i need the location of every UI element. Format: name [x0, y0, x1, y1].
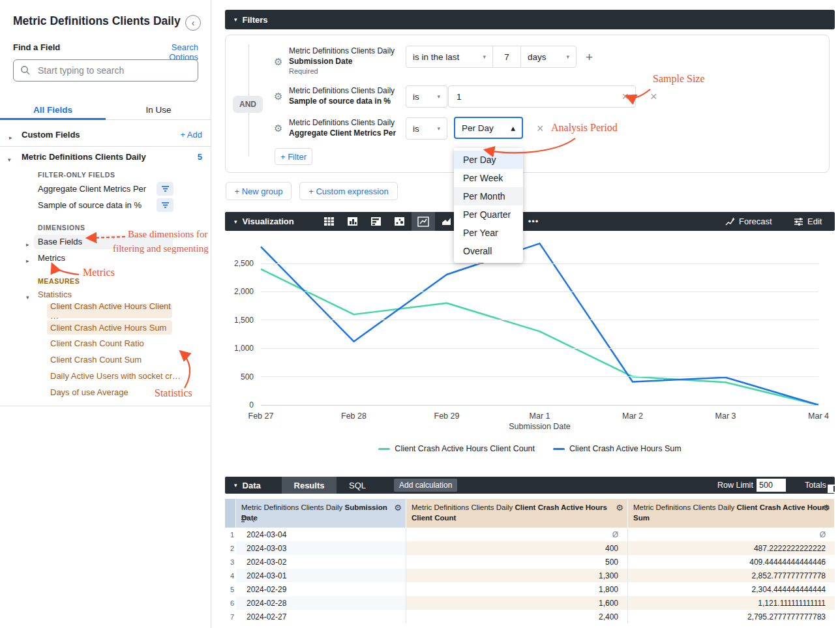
totals-checkbox[interactable] [828, 485, 836, 493]
gear-icon[interactable]: ⚙ [822, 503, 830, 513]
filter1-value-box[interactable] [492, 46, 521, 68]
caret-down-icon[interactable]: ▾ [8, 153, 11, 164]
measure-client-crash-count-ratio[interactable]: Client Crash Count Ratio [50, 338, 144, 348]
filters-section-bar[interactable]: ▾ Filters [225, 10, 835, 29]
filter-toggle-aggregate[interactable] [157, 182, 173, 196]
viz-type-column-button[interactable] [341, 212, 365, 231]
gear-icon[interactable]: ⚙ [616, 503, 623, 513]
option-per-month[interactable]: Per Month [454, 187, 523, 205]
collapse-sidebar-button[interactable]: ‹ [185, 15, 201, 31]
measure-daily-active-users-socket[interactable]: Daily Active Users with socket cr… [50, 371, 181, 381]
field-aggregate-client-metrics-per[interactable]: Aggregate Client Metrics Per [38, 184, 146, 194]
custom-expression-button[interactable]: + Custom expression [299, 182, 398, 200]
cell-date[interactable]: 2024-02-27 [236, 610, 406, 623]
filter2-value-input[interactable] [455, 91, 622, 102]
forecast-button[interactable]: Forecast [725, 212, 772, 231]
tab-results[interactable]: Results [282, 477, 337, 494]
custom-fields-label[interactable]: Custom Fields [22, 130, 80, 140]
viz-more-options-button[interactable]: ••• [522, 212, 545, 231]
model-label[interactable]: Metric Definitions Clients Daily [22, 152, 146, 162]
column-header-sum[interactable]: Metric Definitions Clients Daily Client … [628, 499, 835, 528]
group-base-fields[interactable]: Base Fields [38, 237, 82, 247]
remove-filter2-icon[interactable]: × [650, 91, 657, 102]
cell-date[interactable]: 2024-02-29 [236, 582, 406, 596]
option-per-year[interactable]: Per Year [454, 224, 523, 242]
caret-right-icon[interactable]: ▸ [26, 237, 29, 249]
filter3-value-dropdown[interactable]: Per Day ▴ [454, 117, 523, 139]
option-per-quarter[interactable]: Per Quarter [454, 205, 523, 224]
caret-right-icon[interactable]: ▸ [26, 254, 29, 265]
filter3-operator-select[interactable]: is ▾ [406, 117, 447, 140]
gear-icon[interactable]: ⚙ [274, 91, 282, 102]
add-custom-field-button[interactable]: + Add [160, 130, 202, 140]
filter1-operator-select[interactable]: is in the last ▾ [406, 46, 493, 68]
edit-viz-button[interactable]: Edit [794, 212, 822, 231]
cell-date[interactable]: 2024-03-01 [236, 569, 406, 582]
filter2-value-box[interactable]: × [448, 85, 636, 108]
column-header-client-count[interactable]: Metric Definitions Clients Daily Client … [406, 499, 628, 528]
legend-item-client-count[interactable]: Client Crash Active Hours Client Count [378, 444, 535, 453]
measure-days-of-use-average[interactable]: Days of use Average [50, 387, 128, 397]
cell-date[interactable]: 2024-03-03 [236, 541, 406, 555]
cell-count[interactable]: 1,300 [406, 569, 628, 582]
cell-sum[interactable]: 2,304.444444444444 [628, 582, 835, 596]
tab-in-use[interactable]: In Use [106, 100, 211, 119]
row-limit-input[interactable] [757, 479, 786, 492]
filter2-operator-select[interactable]: is ▾ [406, 85, 447, 108]
measure-client-crash-active-hours-sum[interactable]: Client Crash Active Hours Sum [47, 320, 172, 335]
tab-sql[interactable]: SQL [342, 477, 373, 494]
gear-icon[interactable]: ⚙ [274, 123, 282, 134]
filter-toggle-sample[interactable] [157, 198, 173, 212]
legend-item-sum[interactable]: Client Crash Active Hours Sum [553, 444, 682, 453]
option-per-day[interactable]: Per Day [454, 151, 523, 169]
visualization-section-bar[interactable]: ▾ Visualization [225, 212, 835, 231]
field-search-box[interactable] [13, 59, 198, 82]
cell-date[interactable]: 2024-02-28 [236, 596, 406, 610]
column-header-submission-date[interactable]: Metric Definitions Clients Daily Submiss… [236, 499, 406, 528]
cell-count[interactable]: 400 [406, 541, 628, 555]
option-overall[interactable]: Overall [454, 242, 523, 260]
group-metrics[interactable]: Metrics [38, 253, 65, 263]
cell-sum[interactable]: 2,795.2777777777783 [628, 610, 835, 623]
viz-type-line-button[interactable] [412, 212, 435, 231]
cell-date[interactable]: 2024-03-04 [236, 528, 406, 541]
viz-type-bar-button[interactable] [365, 212, 388, 231]
cell-sum[interactable]: 2,852.777777777778 [628, 569, 835, 582]
filter1-value-input[interactable] [493, 52, 520, 63]
cell-count[interactable]: 1,800 [406, 582, 628, 596]
tab-all-fields[interactable]: All Fields [0, 100, 106, 119]
add-filter-button[interactable]: + Filter [275, 148, 312, 165]
viz-type-scatter-button[interactable] [388, 212, 412, 231]
cell-sum[interactable]: 1,121.111111111111 [628, 596, 835, 610]
remove-filter3-icon[interactable]: × [537, 123, 544, 134]
clear-value-icon[interactable]: × [622, 91, 629, 102]
cell-date[interactable]: 2024-03-02 [236, 555, 406, 569]
cell-sum[interactable]: Ø [628, 528, 835, 541]
measure-client-crash-active-hours-client-count[interactable]: Client Crash Active Hours Client … [47, 304, 172, 318]
caret-right-icon[interactable]: ▸ [9, 130, 12, 142]
line-chart[interactable]: 05001,0001,5002,0002,500Feb 27Feb 28Feb … [225, 232, 835, 408]
sort-descending-icon[interactable]: ↓ [252, 514, 256, 524]
gear-icon[interactable]: ⚙ [274, 56, 282, 68]
option-per-week[interactable]: Per Week [454, 169, 523, 187]
measure-client-crash-count-sum[interactable]: Client Crash Count Sum [50, 355, 142, 365]
cell-count[interactable]: 500 [406, 555, 628, 569]
cell-sum[interactable]: 487.2222222222222 [628, 541, 835, 555]
cell-count[interactable]: 1,600 [406, 596, 628, 610]
search-input[interactable] [37, 65, 191, 76]
new-group-button[interactable]: + New group [226, 182, 292, 200]
group-statistics[interactable]: Statistics [38, 290, 72, 299]
caret-down-icon[interactable]: ▾ [26, 290, 29, 302]
cell-sum[interactable]: 409.44444444444446 [628, 555, 835, 569]
field-sample-of-source-data[interactable]: Sample of source data in % [38, 200, 142, 210]
filter-and-operator[interactable]: AND [233, 96, 263, 113]
add-filter-value-button[interactable]: + [586, 51, 593, 63]
data-section-bar[interactable]: ▾ Data Results SQL Add calculation Row L… [225, 477, 835, 494]
add-calculation-button[interactable]: Add calculation [394, 479, 457, 492]
viz-type-table-button[interactable] [318, 212, 341, 231]
filter-list-icon[interactable] [241, 516, 248, 522]
cell-count[interactable]: 2,400 [406, 610, 628, 623]
filter1-unit-select[interactable]: days ▾ [520, 46, 577, 68]
cell-count[interactable]: Ø [406, 528, 628, 541]
gear-icon[interactable]: ⚙ [394, 503, 402, 513]
